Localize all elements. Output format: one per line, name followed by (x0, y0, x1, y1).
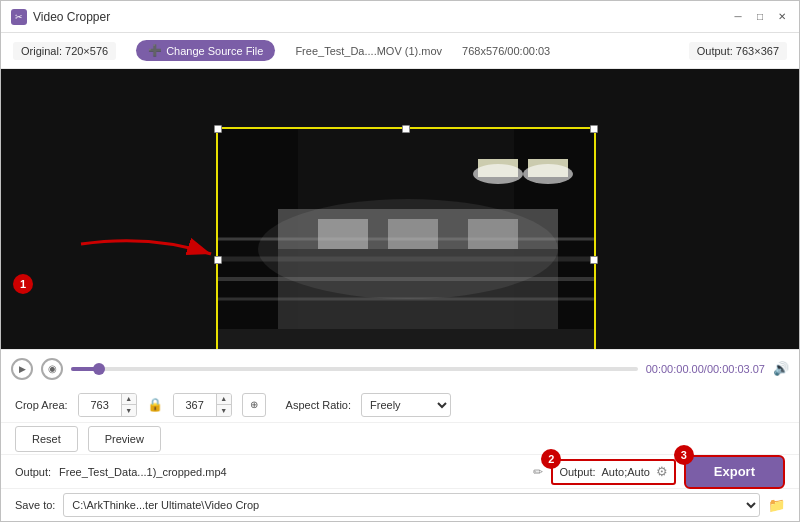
width-input[interactable] (79, 394, 121, 416)
width-spinners: ▲ ▼ (121, 394, 136, 416)
width-up-button[interactable]: ▲ (122, 394, 136, 405)
plus-icon: ➕ (148, 44, 162, 57)
width-input-wrapper: ▲ ▼ (78, 393, 137, 417)
time-display: 00:00:00.00/00:00:03.07 (646, 363, 765, 375)
badge-2: 2 (541, 449, 561, 469)
height-input-wrapper: ▲ ▼ (173, 393, 232, 417)
app-window: ✂ Video Cropper ─ □ ✕ Original: 720×576 … (0, 0, 800, 522)
badge-1: 1 (13, 274, 33, 294)
save-to-row: Save to: C:\ArkThinke...ter Ultimate\Vid… (1, 489, 799, 521)
playback-bar: ▶ ◉ 00:00:00.00/00:00:03.07 🔊 (1, 349, 799, 387)
height-spinners: ▲ ▼ (216, 394, 231, 416)
badge-3: 3 (674, 445, 694, 465)
output-format-label: Output: (559, 466, 595, 478)
volume-icon[interactable]: 🔊 (773, 361, 789, 376)
play-icon: ▶ (19, 364, 26, 374)
save-to-label: Save to: (15, 499, 55, 511)
aspect-ratio-label: Aspect Ratio: (286, 399, 351, 411)
output-text-label: Output: (15, 466, 51, 478)
progress-dot[interactable] (93, 363, 105, 375)
output-row: Output: Free_Test_Data...1)_cropped.mp4 … (1, 455, 799, 489)
crop-handle-midright[interactable] (590, 256, 598, 264)
output-format-value: Auto;Auto (602, 466, 650, 478)
output-format-box: Output: Auto;Auto ⚙ (551, 459, 675, 485)
output-filename: Free_Test_Data...1)_cropped.mp4 (59, 466, 525, 478)
crop-area-label: Crop Area: (15, 399, 68, 411)
crop-handle-topright[interactable] (590, 125, 598, 133)
crop-handle-topleft[interactable] (214, 125, 222, 133)
maximize-button[interactable]: □ (753, 10, 767, 24)
minimize-button[interactable]: ─ (731, 10, 745, 24)
export-button[interactable]: Export (684, 455, 785, 489)
toolbar: Original: 720×576 ➕ Change Source File F… (1, 33, 799, 69)
titlebar: ✂ Video Cropper ─ □ ✕ (1, 1, 799, 33)
snapshot-icon: ◉ (48, 363, 57, 374)
crop-center-button[interactable]: ⊕ (242, 393, 266, 417)
source-filename: Free_Test_Da....MOV (1).mov (295, 45, 442, 57)
app-icon: ✂ (11, 9, 27, 25)
change-source-button[interactable]: ➕ Change Source File (136, 40, 275, 61)
play-button[interactable]: ▶ (11, 358, 33, 380)
reset-button[interactable]: Reset (15, 426, 78, 452)
app-title: Video Cropper (33, 10, 731, 24)
save-path-select[interactable]: C:\ArkThinke...ter Ultimate\Video Crop (63, 493, 760, 517)
window-controls: ─ □ ✕ (731, 10, 789, 24)
crop-handle-topmid[interactable] (402, 125, 410, 133)
height-up-button[interactable]: ▲ (217, 394, 231, 405)
output-dimensions: Output: 763×367 (689, 42, 787, 60)
snapshot-button[interactable]: ◉ (41, 358, 63, 380)
aspect-ratio-select[interactable]: Freely 16:9 4:3 1:1 9:16 (361, 393, 451, 417)
height-input[interactable] (174, 394, 216, 416)
crop-handle-midleft[interactable] (214, 256, 222, 264)
edit-filename-icon[interactable]: ✏ (533, 465, 543, 479)
width-down-button[interactable]: ▼ (122, 405, 136, 416)
video-area: 1 (1, 69, 799, 349)
height-down-button[interactable]: ▼ (217, 405, 231, 416)
crop-frame[interactable] (216, 127, 596, 349)
progress-track[interactable] (71, 367, 638, 371)
close-button[interactable]: ✕ (775, 10, 789, 24)
output-settings-icon[interactable]: ⚙ (656, 464, 668, 479)
source-dimensions-time: 768x576/00:00:03 (462, 45, 550, 57)
preview-button[interactable]: Preview (88, 426, 161, 452)
crop-controls-row: Crop Area: ▲ ▼ 🔒 ▲ ▼ ⊕ Aspect Ratio: Fre… (1, 387, 799, 423)
original-dimensions: Original: 720×576 (13, 42, 116, 60)
browse-folder-icon[interactable]: 📁 (768, 497, 785, 513)
lock-icon[interactable]: 🔒 (147, 397, 163, 412)
